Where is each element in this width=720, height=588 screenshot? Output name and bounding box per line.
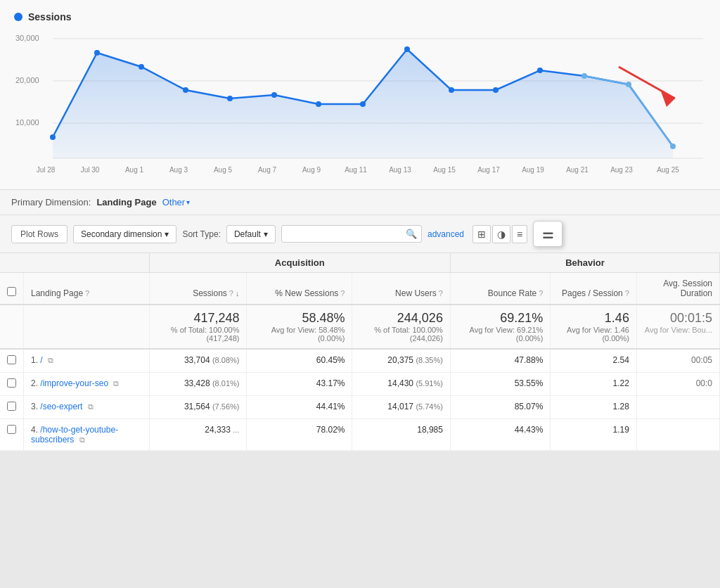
svg-point-17 (449, 87, 454, 93)
svg-point-20 (581, 73, 587, 79)
svg-text:Aug 13: Aug 13 (389, 166, 411, 174)
svg-text:30,000: 30,000 (15, 34, 39, 42)
svg-point-8 (50, 134, 56, 140)
pie-view-button[interactable]: ◑ (492, 225, 510, 243)
search-box: 🔍 (281, 225, 422, 243)
row3-new-users: 14,017 (387, 402, 413, 411)
primary-dimension-label: Primary Dimension: (11, 197, 91, 207)
row4-copy-icon[interactable]: ⧉ (79, 435, 85, 444)
row4-page-cell: 4. /how-to-get-youtube-subscribers ⧉ (24, 419, 150, 451)
landing-page-info-icon[interactable]: ? (85, 289, 89, 298)
chart-svg: 30,000 20,000 10,000 (14, 28, 706, 176)
svg-point-14 (316, 101, 321, 107)
svg-point-13 (271, 92, 277, 98)
row3-sessions-cell: 31,564 (7.56%) (149, 396, 247, 419)
row1-checkbox[interactable] (7, 355, 16, 364)
pages-session-header: Pages / Session ? (551, 273, 637, 305)
totals-sessions-cell: 417,248 % of Total: 100.00% (417,248) (149, 305, 247, 349)
avg-duration-header: Avg. Session Duration (636, 273, 719, 305)
svg-point-19 (537, 68, 543, 73)
sessions-header: Sessions ? ↓ (149, 273, 247, 305)
row3-page-link[interactable]: /seo-expert (40, 402, 82, 411)
svg-text:Aug 3: Aug 3 (169, 166, 188, 174)
sort-default-dropdown[interactable]: Default ▾ (226, 225, 276, 243)
row2-page-link[interactable]: /improve-your-seo (40, 378, 108, 388)
svg-text:Aug 11: Aug 11 (345, 166, 367, 174)
toolbar: Plot Rows Secondary dimension ▾ Sort Typ… (0, 215, 720, 253)
empty-group-header (0, 253, 149, 273)
row2-new-users: 14,430 (387, 378, 413, 388)
row2-num: 2. (31, 378, 38, 388)
data-table-wrapper: Acquisition Behavior Landing Page ? (0, 253, 720, 451)
table-row: 2. /improve-your-seo ⧉ 33,428 (8.01%) 43… (0, 373, 720, 396)
grid-view-button[interactable]: ⊞ (472, 225, 491, 243)
row2-page-cell: 2. /improve-your-seo ⧉ (24, 373, 150, 396)
totals-new-sessions-cell: 58.48% Avg for View: 58.48% (0.00%) (247, 305, 352, 349)
row2-bounce-rate-cell: 53.55% (450, 373, 550, 396)
secondary-dimension-dropdown[interactable]: Secondary dimension ▾ (73, 225, 176, 243)
sessions-info-icon[interactable]: ? (229, 289, 233, 298)
new-users-info-icon[interactable]: ? (439, 289, 443, 298)
row1-copy-icon[interactable]: ⧉ (48, 356, 53, 364)
svg-point-12 (227, 96, 233, 101)
svg-point-11 (183, 87, 188, 93)
row2-checkbox[interactable] (7, 378, 16, 388)
data-table: Acquisition Behavior Landing Page ? (0, 253, 720, 451)
row3-pages-session-cell: 1.28 (551, 396, 637, 419)
svg-point-18 (493, 87, 499, 93)
row4-page-link[interactable]: /how-to-get-youtube-subscribers (31, 425, 118, 445)
row2-copy-icon[interactable]: ⧉ (113, 379, 119, 388)
svg-text:Aug 21: Aug 21 (566, 166, 589, 174)
svg-point-15 (360, 101, 366, 107)
advanced-link[interactable]: advanced (428, 229, 464, 239)
table-row: 4. /how-to-get-youtube-subscribers ⧉ 24,… (0, 419, 720, 451)
plot-rows-button[interactable]: Plot Rows (11, 225, 68, 243)
sort-type-label: Sort Type: (182, 229, 220, 239)
sessions-sort-arrow[interactable]: ↓ (236, 289, 240, 298)
main-container: Sessions 30,000 20,000 10,000 (0, 0, 720, 451)
row3-copy-icon[interactable]: ⧉ (88, 402, 94, 411)
pages-session-info-icon[interactable]: ? (625, 289, 629, 298)
row1-page-link[interactable]: / (40, 355, 42, 365)
svg-point-16 (404, 46, 410, 52)
landing-page-header: Landing Page ? (24, 273, 150, 305)
row3-checkbox[interactable] (7, 402, 16, 411)
other-link[interactable]: Other ▾ (162, 197, 191, 207)
totals-checkbox-cell (0, 305, 24, 349)
view-icons: ⊞ ◑ ≡ (472, 225, 527, 243)
more-view-button[interactable]: ≡ (512, 225, 527, 243)
svg-text:Aug 25: Aug 25 (657, 166, 679, 174)
row2-new-users-pct: (5.91%) (416, 379, 443, 388)
row1-pages-session-cell: 2.54 (551, 349, 637, 373)
row4-new-users-cell: 18,985 (352, 419, 450, 451)
row3-bounce-rate-cell: 85.07% (450, 396, 550, 419)
svg-point-10 (139, 64, 144, 70)
sort-default-label: Default (234, 229, 261, 239)
row1-checkbox-cell (0, 349, 24, 373)
customize-icon: ⚌ (542, 227, 553, 241)
svg-text:10,000: 10,000 (15, 118, 39, 127)
totals-bounce-rate-cell: 69.21% Avg for View: 69.21% (0.00%) (450, 305, 550, 349)
customize-button[interactable]: ⚌ (533, 221, 562, 247)
row2-sessions-cell: 33,428 (8.01%) (149, 373, 247, 396)
totals-avg-duration-cell: 00:01:5 Avg for View: Bou... (636, 305, 719, 349)
sort-default-arrow: ▾ (264, 229, 268, 239)
row3-num: 3. (31, 402, 38, 411)
svg-text:Aug 23: Aug 23 (610, 166, 633, 174)
row1-new-users: 20,375 (387, 355, 413, 365)
new-sessions-info-icon[interactable]: ? (340, 289, 345, 298)
row3-avg-duration-cell (636, 396, 719, 419)
search-input[interactable] (286, 229, 406, 239)
row4-checkbox[interactable] (7, 425, 16, 434)
customize-button-wrapper: ⚌ (533, 221, 562, 247)
svg-text:20,000: 20,000 (15, 76, 39, 84)
row1-page-cell: 1. / ⧉ (24, 349, 150, 373)
bounce-rate-info-icon[interactable]: ? (539, 289, 543, 298)
svg-point-22 (670, 143, 676, 149)
row4-checkbox-cell (0, 419, 24, 451)
row4-sessions-cell: 24,333 ... (149, 419, 247, 451)
search-icon[interactable]: 🔍 (406, 229, 417, 239)
new-users-header: New Users ? (352, 273, 450, 305)
row2-sessions-pct: (8.01%) (212, 379, 240, 388)
select-all-checkbox[interactable] (7, 287, 16, 296)
